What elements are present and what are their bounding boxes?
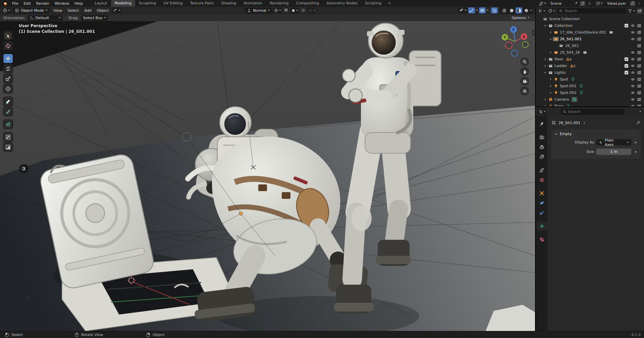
outliner-row[interactable]: Floor [536, 103, 644, 106]
light-data-icon[interactable] [579, 91, 583, 95]
gizmos-dropdown[interactable] [476, 10, 478, 11]
properties-editor-type-button[interactable] [538, 109, 546, 114]
disable-in-renders-toggle[interactable] [636, 57, 642, 61]
properties-tab-texture[interactable] [536, 235, 547, 244]
outliner-item-label[interactable]: Spot.001 [559, 84, 577, 88]
outliner-row[interactable]: Lights [536, 69, 644, 76]
animate-size-dot[interactable] [634, 151, 638, 153]
expander-closed-icon[interactable] [548, 84, 553, 88]
disable-in-renders-toggle[interactable] [636, 84, 642, 88]
mesh-data-icon[interactable] [566, 104, 570, 106]
properties-tab-output[interactable] [536, 143, 547, 151]
light-data-icon[interactable] [571, 77, 575, 81]
viewport-menu-add[interactable]: Add [82, 8, 94, 13]
outliner-item-label[interactable]: Floor [553, 104, 564, 107]
outliner-row[interactable]: Ladder3 [536, 62, 644, 69]
empty-image-marker-icon[interactable] [19, 164, 29, 173]
outliner-item-label[interactable]: Camera [553, 97, 569, 102]
snap-with-dropdown[interactable] [290, 8, 299, 13]
disable-in-renders-toggle[interactable] [636, 77, 642, 81]
expander-closed-icon[interactable] [543, 58, 547, 61]
viewport-menu-select[interactable]: Select [65, 8, 82, 13]
hide-in-viewport-toggle[interactable] [630, 30, 636, 35]
proportional-falloff-dropdown[interactable] [308, 8, 316, 13]
mode-dropdown[interactable]: Object Mode [13, 8, 50, 13]
tool-scale-button[interactable] [3, 74, 13, 83]
hide-in-viewport-toggle[interactable] [630, 77, 636, 81]
shading-dropdown[interactable] [530, 10, 532, 11]
outliner-display-mode-button[interactable] [547, 8, 556, 13]
pin-id-icon[interactable] [636, 120, 641, 125]
drag-mode-dropdown[interactable]: Select Box [81, 15, 108, 21]
transform-orientation-dropdown[interactable]: Normal [245, 8, 272, 13]
editor-type-button[interactable] [2, 8, 11, 13]
tool-add-cube-button[interactable] [3, 120, 13, 129]
properties-tab-tool[interactable] [536, 119, 547, 128]
viewport-menu-object[interactable]: Object [94, 8, 112, 13]
tab-scripting[interactable]: Scripting [361, 0, 385, 7]
outliner-row[interactable]: 26_Sit1 [536, 42, 644, 49]
properties-search[interactable] [561, 109, 625, 115]
hide-in-viewport-toggle[interactable] [630, 91, 636, 95]
expander-closed-icon[interactable] [543, 98, 547, 101]
tab-shading[interactable]: Shading [218, 0, 240, 7]
expander-open-icon[interactable] [543, 24, 547, 27]
xray-toggle[interactable] [491, 7, 498, 13]
properties-tab-object[interactable] [536, 189, 547, 198]
overlays-dropdown[interactable] [487, 10, 489, 11]
disable-in-renders-toggle[interactable] [636, 30, 642, 35]
pin-scene-icon[interactable] [573, 1, 579, 6]
scene-name[interactable]: Scene [548, 1, 572, 6]
outliner-item-label[interactable]: Scene Collection [548, 17, 580, 21]
outliner-item-label[interactable]: Ladder [553, 64, 567, 68]
new-viewlayer-button[interactable] [630, 1, 635, 6]
new-collection-button[interactable] [637, 8, 642, 13]
outliner-row[interactable]: 17_Idle_ChestDevice.001 [536, 29, 644, 36]
display-as-dropdown[interactable]: Plain Axes [596, 139, 631, 146]
outliner-row[interactable]: Scene Collection [536, 15, 644, 22]
disable-in-renders-toggle[interactable] [636, 37, 642, 41]
shading-rendered-button[interactable] [523, 7, 530, 13]
disable-in-renders-toggle[interactable] [636, 44, 642, 48]
menu-render[interactable]: Render [34, 1, 52, 6]
tool-rotate-button[interactable] [3, 64, 13, 73]
unlink-scene-icon[interactable] [587, 1, 592, 6]
nav-toggle-perspective-button[interactable] [520, 87, 529, 95]
blender-logo-icon[interactable] [2, 1, 8, 6]
outliner-row[interactable]: 26_Sit1.001 [536, 36, 644, 42]
outliner-item-label[interactable]: Door [553, 57, 563, 61]
outliner-item-label[interactable]: 26_Sit1 [564, 44, 579, 48]
tool-cursor-button[interactable] [3, 41, 13, 50]
camera-data-icon[interactable] [572, 97, 577, 102]
shading-wireframe-button[interactable] [501, 7, 507, 13]
hide-in-viewport-toggle[interactable] [630, 70, 636, 75]
pivot-point-dropdown[interactable] [273, 8, 282, 13]
disable-in-renders-toggle[interactable] [636, 104, 642, 107]
outliner-search[interactable] [557, 8, 626, 14]
outliner-item-label[interactable]: 17_Idle_ChestDevice.001 [559, 30, 606, 35]
outliner-editor-type-button[interactable] [538, 8, 546, 13]
properties-tab-constraints[interactable] [536, 208, 547, 217]
expander-open-icon[interactable] [543, 71, 547, 74]
viewport-menu-view[interactable]: View [51, 8, 65, 13]
properties-tab-object-data[interactable] [536, 222, 547, 230]
remove-viewlayer-icon[interactable] [637, 1, 642, 6]
empty-panel-header[interactable]: Empty ⋮⋮⋮⋮ [554, 132, 638, 136]
properties-tab-render[interactable] [536, 133, 547, 142]
checkbox-exclude-toggle[interactable] [623, 71, 630, 74]
disable-in-renders-toggle[interactable] [636, 23, 642, 28]
collection-badge-icon[interactable] [609, 30, 613, 34]
add-workspace-button[interactable]: + [385, 0, 393, 7]
new-scene-button[interactable] [580, 1, 585, 6]
outliner-item-label[interactable]: 29_Sit4_2K [559, 50, 580, 55]
mesh-count-icon[interactable]: 8 [566, 57, 571, 61]
tab-uv-editing[interactable]: UV Editing [160, 0, 186, 7]
outliner-item-label[interactable]: Lights [553, 70, 566, 75]
disable-in-renders-toggle[interactable] [636, 97, 642, 102]
tool-annotate-button[interactable] [3, 97, 13, 106]
browse-viewlayer-button[interactable] [595, 1, 604, 6]
breadcrumb-object-name[interactable]: 26_Sit1.001 [558, 121, 580, 125]
properties-tab-scene[interactable] [536, 166, 547, 174]
properties-tab-world[interactable] [536, 175, 547, 184]
gizmos-toggle[interactable] [468, 7, 475, 13]
